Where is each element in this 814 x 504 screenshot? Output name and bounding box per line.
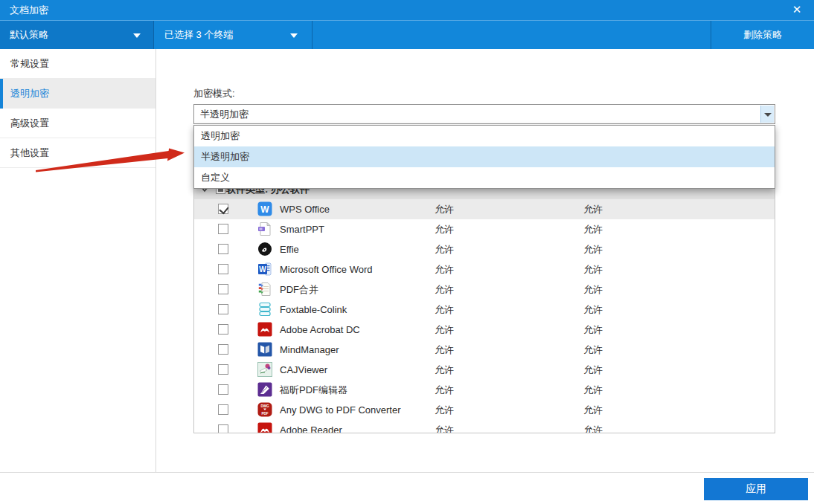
permission-cell-2[interactable]: 允许 xyxy=(583,360,603,380)
permission-cell-2[interactable]: 允许 xyxy=(583,219,603,239)
permission-cell-1[interactable]: 允许 xyxy=(435,360,454,380)
permission-cell-2[interactable]: 允许 xyxy=(583,420,603,433)
encryption-mode-select[interactable]: 半透明加密 xyxy=(193,104,775,124)
app-checkbox[interactable] xyxy=(218,344,228,355)
app-checkbox[interactable] xyxy=(218,404,228,415)
close-icon[interactable]: ✕ xyxy=(787,0,807,20)
table-row[interactable]: Foxtable-Colink 允许 允许 xyxy=(194,300,775,320)
sidebar-item-1[interactable]: 常规设置 xyxy=(0,49,156,79)
terminal-dropdown-label: 已选择 3 个终端 xyxy=(164,21,233,49)
permission-cell-2[interactable]: 允许 xyxy=(583,280,603,300)
dialog-title: 文档加密 xyxy=(10,0,48,20)
apply-button[interactable]: 应用 xyxy=(704,478,808,500)
encryption-mode-value: 半透明加密 xyxy=(200,105,249,123)
sidebar-item-2[interactable]: 透明加密 xyxy=(0,79,156,109)
acrobat-icon xyxy=(257,322,272,337)
dropdown-option-2[interactable]: 半透明加密 xyxy=(194,146,775,167)
app-checkbox[interactable] xyxy=(218,204,228,214)
permission-cell-1[interactable]: 允许 xyxy=(435,400,454,420)
app-checkbox[interactable] xyxy=(218,364,228,375)
document-encryption-dialog: 文档加密 ✕ 默认策略 已选择 3 个终端 删除策略 常规设置透明加密高级设置其… xyxy=(0,0,814,504)
permission-cell-1[interactable]: 允许 xyxy=(435,340,454,360)
table-row[interactable]: W WPS Office 允许 允许 xyxy=(194,199,775,219)
app-name: Microsoft Office Word xyxy=(280,259,373,280)
app-name: Any DWG to PDF Converter xyxy=(280,400,401,420)
smartppt-icon xyxy=(257,222,272,236)
permission-cell-1[interactable]: 允许 xyxy=(435,300,454,320)
dropdown-option-1[interactable]: 透明加密 xyxy=(194,126,775,146)
mindmanager-icon xyxy=(257,342,272,357)
table-row[interactable]: DWGPDF Any DWG to PDF Converter 允许 允许 xyxy=(194,400,775,420)
table-row[interactable]: Effie 允许 允许 xyxy=(194,239,775,259)
permission-cell-2[interactable]: 允许 xyxy=(583,340,603,360)
encryption-mode-label: 加密模式: xyxy=(193,87,235,100)
app-checkbox[interactable] xyxy=(218,284,228,294)
svg-text:W: W xyxy=(260,204,269,215)
foxit-icon xyxy=(257,382,272,397)
app-checkbox[interactable] xyxy=(218,384,228,395)
permission-cell-1[interactable]: 允许 xyxy=(435,420,454,433)
app-checkbox[interactable] xyxy=(218,324,228,335)
app-checkbox[interactable] xyxy=(218,424,228,433)
permission-cell-1[interactable]: 允许 xyxy=(435,259,454,280)
app-name: CAJViewer xyxy=(280,360,327,380)
nav-bar: 默认策略 已选择 3 个终端 删除策略 xyxy=(0,20,814,49)
app-name: 福昕PDF编辑器 xyxy=(280,380,347,400)
permission-cell-1[interactable]: 允许 xyxy=(435,199,454,219)
svg-text:PDF: PDF xyxy=(261,412,268,416)
table-row[interactable]: MindManager 允许 允许 xyxy=(194,340,775,360)
table-row[interactable]: Adobe Reader 允许 允许 xyxy=(194,420,775,433)
app-checkbox[interactable] xyxy=(218,224,228,234)
app-checkbox[interactable] xyxy=(218,264,228,274)
reader-icon xyxy=(257,422,272,433)
wps-office-icon: W xyxy=(257,201,272,216)
permission-cell-2[interactable]: 允许 xyxy=(583,320,603,340)
sidebar-item-4[interactable]: 其他设置 xyxy=(0,138,156,168)
title-bar: 文档加密 ✕ xyxy=(0,0,814,20)
cajviewer-icon xyxy=(257,362,272,377)
settings-sidebar: 常规设置透明加密高级设置其他设置 xyxy=(0,49,156,472)
encryption-mode-dropdown-list: 透明加密半透明加密自定义 xyxy=(193,125,775,189)
permission-cell-1[interactable]: 允许 xyxy=(435,219,454,239)
policy-dropdown[interactable]: 默认策略 xyxy=(0,21,154,50)
software-permission-table: 软件类型: 办公软件 W WPS Office 允许 允许 SmartPPT 允… xyxy=(193,179,775,433)
effie-icon xyxy=(257,242,272,256)
svg-text:W: W xyxy=(259,265,266,274)
permission-cell-2[interactable]: 允许 xyxy=(583,400,603,420)
app-name: Effie xyxy=(280,239,299,259)
word-icon: W xyxy=(257,262,272,277)
svg-text:DWG: DWG xyxy=(260,404,269,408)
app-checkbox[interactable] xyxy=(218,304,228,314)
delete-policy-button[interactable]: 删除策略 xyxy=(711,21,814,50)
table-row[interactable]: SmartPPT 允许 允许 xyxy=(194,219,775,239)
permission-cell-2[interactable]: 允许 xyxy=(583,380,603,400)
sidebar-item-3[interactable]: 高级设置 xyxy=(0,109,156,138)
permission-cell-1[interactable]: 允许 xyxy=(435,239,454,259)
table-row[interactable]: W Microsoft Office Word 允许 允许 xyxy=(194,259,775,280)
anydwg-icon: DWGPDF xyxy=(257,402,272,417)
table-row[interactable]: Adobe Acrobat DC 允许 允许 xyxy=(194,320,775,340)
policy-dropdown-label: 默认策略 xyxy=(10,21,48,49)
permission-cell-1[interactable]: 允许 xyxy=(435,280,454,300)
pdf-merge-icon xyxy=(257,282,272,297)
app-name: WPS Office xyxy=(280,199,330,219)
chevron-down-icon xyxy=(764,113,772,117)
permission-cell-2[interactable]: 允许 xyxy=(583,300,603,320)
app-name: Foxtable-Colink xyxy=(280,300,347,320)
terminal-dropdown[interactable]: 已选择 3 个终端 xyxy=(155,21,313,50)
dropdown-option-3[interactable]: 自定义 xyxy=(194,167,775,188)
permission-cell-2[interactable]: 允许 xyxy=(583,239,603,259)
table-row[interactable]: 福昕PDF编辑器 允许 允许 xyxy=(194,380,775,400)
table-row[interactable]: PDF合并 允许 允许 xyxy=(194,280,775,300)
main-panel: 加密模式: 半透明加密 透明加密半透明加密自定义 软件类型: 办公软件 W WP… xyxy=(157,49,814,472)
app-name: SmartPPT xyxy=(280,219,324,239)
permission-cell-2[interactable]: 允许 xyxy=(583,259,603,280)
select-dropdown-button[interactable] xyxy=(760,106,774,123)
app-checkbox[interactable] xyxy=(218,244,228,254)
permission-cell-2[interactable]: 允许 xyxy=(583,199,603,219)
permission-cell-1[interactable]: 允许 xyxy=(435,320,454,340)
foxtable-icon xyxy=(257,302,272,317)
table-row[interactable]: CAJViewer 允许 允许 xyxy=(194,360,775,380)
permission-cell-1[interactable]: 允许 xyxy=(435,380,454,400)
app-name: MindManager xyxy=(280,340,339,360)
